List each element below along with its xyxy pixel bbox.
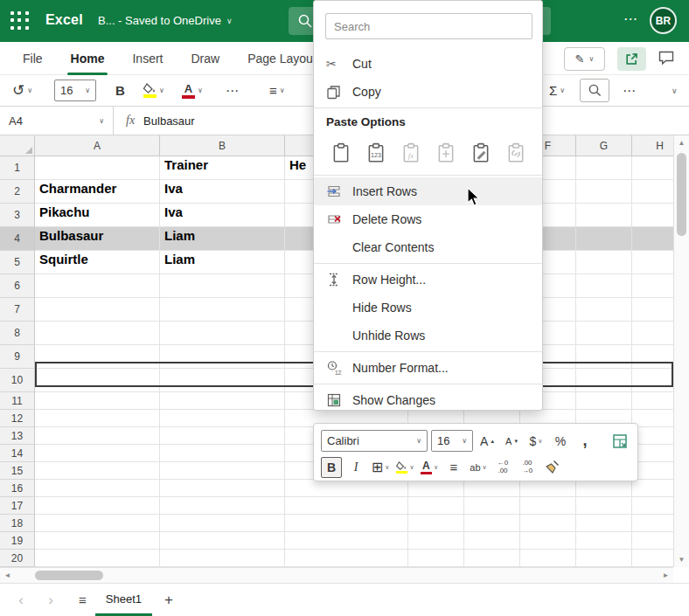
cell-G10[interactable] (576, 369, 632, 392)
autosum-button[interactable]: Σ ∨ (549, 75, 565, 106)
currency-format-button[interactable]: $ ∨ (525, 431, 546, 452)
cell-G16[interactable] (576, 480, 632, 497)
row-header-4[interactable]: 4 (0, 227, 35, 251)
horizontal-scrollbar[interactable]: ◄ ► (0, 567, 673, 583)
cell-H4[interactable] (632, 227, 673, 251)
tab-draw[interactable]: Draw (177, 42, 233, 75)
cell-H13[interactable] (632, 427, 673, 445)
editing-mode-dropdown[interactable]: ✎ ∨ (564, 47, 605, 71)
cell-B13[interactable] (160, 427, 285, 445)
row-header-20[interactable]: 20 (0, 550, 35, 567)
menu-item-row-height[interactable]: Row Height... (314, 266, 542, 294)
row-header-8[interactable]: 8 (0, 322, 35, 345)
vertical-scrollbar[interactable]: ▲ ▼ (673, 135, 689, 567)
cell-G17[interactable] (576, 497, 632, 515)
row-header-14[interactable]: 14 (0, 445, 35, 462)
menu-item-show-changes[interactable]: Show Changes (314, 386, 542, 414)
cell-A15[interactable] (35, 462, 160, 480)
cell-A4[interactable]: Bulbasaur (35, 227, 160, 251)
app-launcher-icon[interactable] (10, 11, 30, 31)
cell-A13[interactable] (35, 427, 160, 445)
cell-F18[interactable] (520, 515, 576, 532)
mini-font-color-button[interactable]: A ∨ (419, 457, 440, 478)
cell-G18[interactable] (576, 515, 632, 532)
cell-D20[interactable] (408, 550, 464, 567)
cell-H14[interactable] (632, 445, 673, 462)
cell-B20[interactable] (160, 550, 285, 567)
cell-H18[interactable] (632, 515, 673, 532)
document-title[interactable]: B... - Saved to OneDrive ∨ (98, 14, 233, 27)
topbar-more-icon[interactable]: ⋯ (623, 10, 638, 27)
alignment-button[interactable]: ≡ ∨ (269, 75, 285, 106)
cell-G11[interactable] (576, 392, 632, 410)
undo-button[interactable]: ↺ ∨ (12, 75, 32, 106)
row-header-17[interactable]: 17 (0, 497, 35, 515)
comma-format-button[interactable]: , (574, 431, 595, 452)
menu-item-insert-rows[interactable]: Insert Rows (314, 177, 542, 205)
cell-H7[interactable] (632, 298, 673, 322)
cell-H15[interactable] (632, 462, 673, 480)
cell-B14[interactable] (160, 445, 285, 462)
cell-A3[interactable]: Pikachu (35, 204, 160, 227)
mini-font-name-dropdown[interactable]: Calibri ∨ (321, 430, 428, 452)
grow-font-button[interactable]: A▴ (477, 431, 498, 452)
font-color-button[interactable]: A ∨ (182, 75, 203, 106)
vertical-scroll-thumb[interactable] (677, 153, 686, 236)
cell-H16[interactable] (632, 480, 673, 497)
cell-G7[interactable] (576, 298, 632, 322)
expand-toolbar-button[interactable] (609, 431, 630, 452)
cell-B2[interactable]: Iva (160, 180, 285, 204)
menu-item-clear-contents[interactable]: Clear Contents (314, 233, 542, 261)
next-sheet-icon[interactable]: › (42, 592, 59, 609)
share-button[interactable] (617, 47, 646, 71)
cell-G2[interactable] (576, 180, 632, 204)
cell-D19[interactable] (408, 532, 464, 550)
cell-G3[interactable] (576, 204, 632, 227)
row-header-13[interactable]: 13 (0, 427, 35, 445)
decrease-decimal-button[interactable]: .00 →0 (517, 457, 538, 478)
cell-G20[interactable] (576, 550, 632, 567)
toolbar-overflow-icon[interactable]: ⋯ (623, 75, 636, 106)
cell-G5[interactable] (576, 251, 632, 274)
row-header-11[interactable]: 11 (0, 392, 35, 410)
cell-H9[interactable] (632, 345, 673, 369)
cell-A17[interactable] (35, 497, 160, 515)
find-button[interactable] (580, 75, 609, 106)
cell-B19[interactable] (160, 532, 285, 550)
cell-H10[interactable] (632, 369, 673, 392)
cell-H11[interactable] (632, 392, 673, 410)
cell-G6[interactable] (576, 274, 632, 298)
cell-F19[interactable] (520, 532, 576, 550)
row-header-6[interactable]: 6 (0, 274, 35, 298)
row-header-5[interactable]: 5 (0, 251, 35, 274)
paste-values-icon[interactable]: 123 (363, 138, 389, 168)
mini-fill-color-button[interactable]: ∨ (394, 457, 415, 478)
cell-H8[interactable] (632, 322, 673, 345)
cell-D17[interactable] (408, 497, 464, 515)
tab-home[interactable]: Home (57, 42, 119, 75)
cell-B5[interactable]: Liam (160, 251, 285, 274)
column-header-A[interactable]: A (35, 135, 160, 156)
add-sheet-button[interactable]: + (164, 592, 173, 609)
cell-C18[interactable] (285, 515, 408, 532)
fill-color-button[interactable]: ∨ (143, 75, 164, 106)
all-sheets-icon[interactable]: ≡ (79, 592, 87, 607)
cell-A10[interactable] (35, 369, 160, 392)
mini-wrap-text-button[interactable]: ab ∨ (468, 457, 489, 478)
cell-F17[interactable] (520, 497, 576, 515)
column-header-G[interactable]: G (576, 135, 632, 156)
name-box[interactable]: A4 ∨ (0, 107, 114, 135)
cell-G9[interactable] (576, 345, 632, 369)
cell-C16[interactable] (285, 480, 408, 497)
cell-A12[interactable] (35, 410, 160, 427)
cell-A14[interactable] (35, 445, 160, 462)
cell-H3[interactable] (632, 204, 673, 227)
cell-A16[interactable] (35, 480, 160, 497)
prev-sheet-icon[interactable]: ‹ (12, 592, 30, 609)
cell-H1[interactable] (632, 156, 673, 180)
toolbar-more-icon[interactable]: ⋯ (226, 75, 239, 106)
shrink-font-button[interactable]: A▾ (501, 431, 522, 452)
cell-B8[interactable] (160, 322, 285, 345)
row-header-15[interactable]: 15 (0, 462, 35, 480)
font-size-dropdown[interactable]: 16 ∨ (54, 75, 96, 106)
